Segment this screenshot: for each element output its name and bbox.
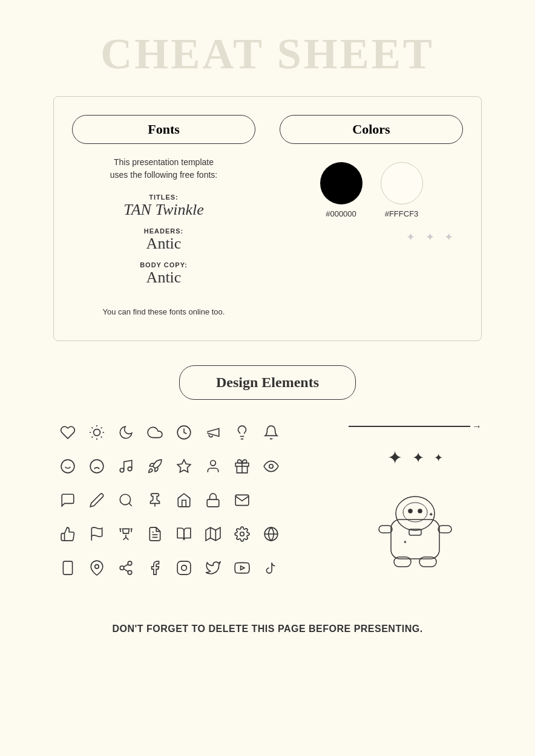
titles-font-name: TAN Twinkle (123, 201, 204, 219)
moon-icon (111, 418, 140, 447)
fonts-column: Fonts This presentation template uses th… (72, 115, 255, 316)
sun-icon (82, 418, 111, 447)
svg-text:✦: ✦ (403, 539, 407, 545)
settings-icon (228, 520, 257, 549)
megaphone-icon (199, 418, 228, 447)
star-sparkle-2: ✦ (412, 449, 424, 466)
svg-text:✦: ✦ (428, 511, 433, 518)
smiley-icon (53, 452, 82, 481)
lock-icon (199, 486, 228, 515)
trophy-icon (111, 520, 140, 549)
globe-icon (257, 520, 286, 549)
body-entry: BODY COPY: Antic (140, 261, 188, 287)
headers-entry: HEADERS: Antic (144, 227, 183, 253)
home-icon (169, 486, 199, 515)
deco-stars: ✦ ✦ ✦ (387, 447, 443, 468)
fonts-header: Fonts (72, 115, 255, 144)
svg-rect-56 (379, 526, 392, 533)
body-font-name: Antic (140, 269, 188, 287)
body-label: BODY COPY: (140, 261, 188, 269)
svg-point-25 (120, 494, 130, 504)
music-icon (111, 452, 140, 481)
svg-point-54 (418, 509, 422, 513)
svg-line-3 (92, 428, 93, 429)
tiktok-icon (257, 553, 286, 582)
svg-point-42 (128, 561, 132, 565)
svg-point-52 (403, 503, 427, 522)
clock-icon (169, 418, 199, 447)
pin-icon (140, 486, 169, 515)
empty-icon (257, 486, 286, 515)
eye-icon (257, 452, 286, 481)
svg-marker-49 (241, 566, 245, 570)
svg-point-41 (95, 565, 99, 569)
lightbulb-icon (228, 418, 257, 447)
icon-row-4 (53, 520, 336, 549)
rocket-icon (140, 452, 169, 481)
document-icon (140, 520, 169, 549)
svg-point-36 (240, 532, 245, 536)
svg-marker-20 (177, 460, 191, 472)
svg-point-12 (61, 460, 74, 473)
icon-row-5 (53, 553, 336, 582)
arrow-icon: → (472, 421, 482, 432)
svg-point-19 (128, 467, 132, 471)
svg-line-4 (101, 437, 102, 438)
color-circle-light (381, 162, 423, 204)
cloud-icon (140, 418, 169, 447)
phone-icon (53, 553, 82, 582)
color-swatches: #000000 #FFFCF3 (320, 162, 423, 218)
main-card: Fonts This presentation template uses th… (53, 96, 482, 341)
location-icon (82, 553, 111, 582)
color-hex-light: #FFFCF3 (385, 209, 419, 218)
svg-point-18 (120, 468, 124, 472)
book-icon (169, 520, 199, 549)
svg-point-15 (90, 460, 103, 473)
color-swatch-black: #000000 (320, 162, 363, 218)
pencil-icon (82, 486, 111, 515)
watermark-title: CHEAT SHEET (0, 0, 535, 96)
svg-rect-50 (391, 520, 439, 559)
color-swatch-light: #FFFCF3 (381, 162, 423, 218)
svg-point-53 (409, 509, 412, 513)
deco-arrow-line: → (349, 421, 482, 432)
svg-point-21 (211, 460, 216, 466)
twitter-icon (199, 553, 228, 582)
deco-area: → ✦ ✦ ✦ (349, 418, 482, 587)
bell-icon (257, 418, 286, 447)
fonts-footer-text: You can find these fonts online too. (103, 307, 225, 316)
color-circle-black (320, 162, 363, 204)
mail-icon (228, 486, 257, 515)
headers-font-name: Antic (144, 235, 183, 253)
design-elements-header: Design Elements (179, 365, 356, 400)
color-hex-black: #000000 (326, 209, 356, 218)
svg-rect-57 (438, 526, 451, 533)
facebook-icon (140, 553, 169, 582)
heart-icon (53, 418, 82, 447)
color-deco-stars: ✦ ✦ ✦ (280, 230, 463, 244)
youtube-icon (228, 553, 257, 582)
colors-column: Colors #000000 #FFFCF3 ✦ ✦ ✦ (280, 115, 463, 316)
svg-marker-33 (206, 527, 220, 541)
headers-label: HEADERS: (144, 227, 183, 235)
colors-header: Colors (280, 115, 463, 144)
thumbsup-icon (53, 520, 82, 549)
sad-icon (82, 452, 111, 481)
fonts-description: This presentation template uses the foll… (110, 156, 217, 181)
map-icon (199, 520, 228, 549)
svg-line-45 (123, 569, 128, 572)
icon-row-3 (53, 486, 336, 515)
person-icon (199, 452, 228, 481)
svg-line-26 (129, 503, 132, 506)
icon-grid (53, 418, 336, 587)
icon-section: → ✦ ✦ ✦ (53, 418, 482, 587)
svg-line-46 (123, 564, 128, 567)
robot-illustration: ✦ ✦ (373, 483, 458, 576)
titles-entry: TITLES: TAN Twinkle (123, 194, 204, 219)
gift-icon (228, 452, 257, 481)
svg-line-7 (92, 437, 93, 438)
page: CHEAT SHEET Fonts This presentation temp… (0, 0, 535, 756)
star-sparkle-1: ✦ (387, 447, 402, 468)
icon-row-2 (53, 452, 336, 481)
svg-point-24 (269, 464, 274, 469)
